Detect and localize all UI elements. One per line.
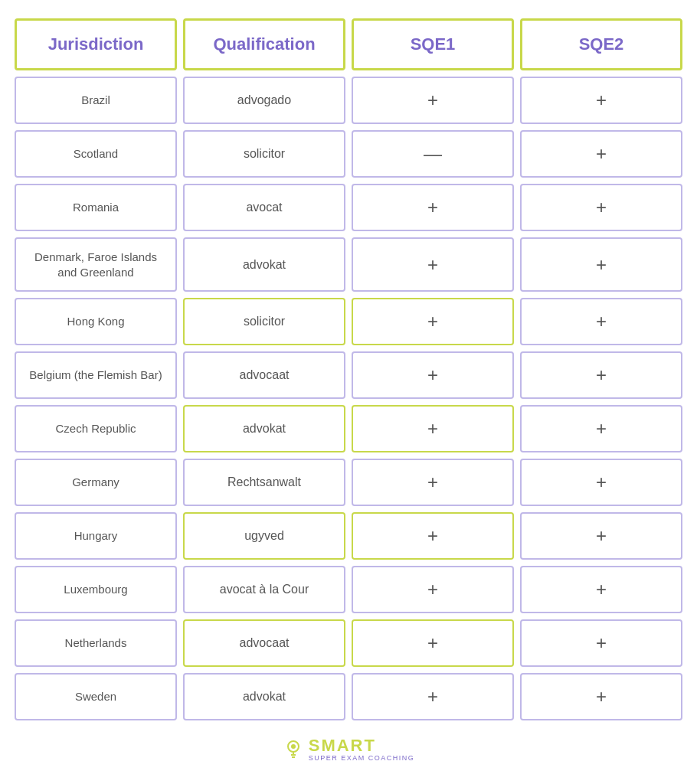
table-row: Czech Republicadvokat++ [11,402,686,456]
header-qualification: Qualification [183,18,345,70]
jurisdiction-cell: Scotland [15,130,177,178]
table-container: Jurisdiction Qualification SQE1 SQE2 Bra… [11,15,686,762]
qualification-text: advokat [243,690,286,704]
jurisdiction-text: Netherlands [65,635,127,651]
qualification-text: solicitor [244,147,285,161]
jurisdiction-cell: Luxembourg [15,566,177,613]
sqe2-cell: + [520,298,682,345]
qualification-text: advocaat [240,636,290,650]
table-row: Scotlandsolicitor—+ [11,127,686,181]
qualification-text: Rechtsanwalt [227,475,301,489]
table-row: Hong Kongsolicitor++ [11,295,686,348]
table-row: Belgium (the Flemish Bar)advocaat++ [11,348,686,402]
plus-sign: + [596,420,607,438]
jurisdiction-cell: Brazil [15,77,177,124]
plus-sign: + [427,198,438,217]
footer: SMART SUPER EXAM COACHING [11,736,686,762]
header-sqe1: SQE1 [352,18,514,70]
sqe1-cell: + [352,298,514,345]
sqe2-cell: + [520,237,682,292]
table-row: GermanyRechtsanwalt++ [11,456,686,509]
jurisdiction-cell: Netherlands [15,619,177,667]
table-row: Hungaryugyved++ [11,509,686,563]
sqe2-cell: + [520,405,682,452]
qualification-cell: advogado [183,77,345,124]
sqe1-cell: + [352,512,514,560]
qualification-cell: avocat [183,184,345,231]
sqe2-cell: + [520,351,682,399]
table-row: Romaniaavocat++ [11,181,686,234]
qualification-text: advogado [237,93,291,107]
sqe1-cell: + [352,351,514,399]
table-grid: Jurisdiction Qualification SQE1 SQE2 [11,15,686,74]
sqe2-cell: + [520,184,682,231]
sqe1-cell: — [352,130,514,178]
jurisdiction-cell: Sweden [15,673,177,720]
jurisdiction-text: Denmark, Faroe Islandsand Greenland [34,250,157,279]
jurisdiction-text: Hong Kong [67,314,124,329]
jurisdiction-text: Sweden [75,689,116,704]
svg-point-4 [291,744,296,749]
jurisdiction-cell: Czech Republic [15,405,177,452]
jurisdiction-cell: Romania [15,184,177,231]
sqe2-cell: + [520,512,682,560]
jurisdiction-cell: Belgium (the Flemish Bar) [15,351,177,399]
plus-sign: + [427,527,438,545]
qualification-cell: advokat [183,237,345,292]
sqe2-cell: + [520,619,682,667]
sqe2-cell: + [520,459,682,506]
plus-sign: + [427,312,438,331]
sqe2-cell: + [520,566,682,613]
plus-sign: + [596,312,607,331]
plus-sign: + [427,473,438,492]
sqe1-cell: + [352,619,514,667]
plus-sign: + [427,580,438,599]
logo-icon [283,738,304,760]
jurisdiction-text: Scotland [74,146,118,162]
plus-sign: + [596,91,607,109]
rows-container: Braziladvogado++Scotlandsolicitor—+Roman… [11,74,686,724]
footer-brand: SMART SUPER EXAM COACHING [309,736,415,762]
jurisdiction-text: Brazil [81,93,110,108]
sqe1-cell: + [352,77,514,124]
jurisdiction-text: Belgium (the Flemish Bar) [29,368,162,383]
jurisdiction-cell: Hungary [15,512,177,560]
plus-sign: + [596,256,607,274]
qualification-cell: Rechtsanwalt [183,459,345,506]
table-row: Swedenadvokat++ [11,670,686,724]
footer-sub-text: SUPER EXAM COACHING [309,754,415,762]
sqe2-cell: + [520,130,682,178]
footer-smart-text: SMART [309,736,376,756]
plus-sign: + [596,473,607,492]
sqe2-cell: + [520,673,682,720]
qualification-cell: solicitor [183,130,345,178]
table-row: Luxembourgavocat à la Cour++ [11,563,686,616]
plus-sign: + [427,688,438,706]
jurisdiction-text: Germany [72,475,119,490]
sqe1-cell: + [352,566,514,613]
qualification-cell: advocaat [183,619,345,667]
sqe1-cell: + [352,237,514,292]
plus-sign: + [596,688,607,706]
qualification-text: ugyved [244,529,284,543]
plus-sign: + [427,366,438,384]
table-row: Netherlandsadvocaat++ [11,616,686,670]
plus-sign: + [596,198,607,217]
qualification-cell: advokat [183,405,345,452]
qualification-text: avocat [246,201,282,214]
sqe1-cell: + [352,459,514,506]
qualification-cell: avocat à la Cour [183,566,345,613]
qualification-text: avocat à la Cour [220,583,309,596]
qualification-cell: advokat [183,673,345,720]
sqe1-cell: + [352,405,514,452]
table-row: Braziladvogado++ [11,74,686,127]
plus-sign: + [427,91,438,109]
jurisdiction-cell: Germany [15,459,177,506]
minus-sign: — [424,145,442,163]
plus-sign: + [427,256,438,274]
qualification-text: advocaat [240,368,290,382]
header-jurisdiction: Jurisdiction [15,18,177,70]
plus-sign: + [596,580,607,599]
sqe2-cell: + [520,77,682,124]
jurisdiction-cell: Hong Kong [15,298,177,345]
